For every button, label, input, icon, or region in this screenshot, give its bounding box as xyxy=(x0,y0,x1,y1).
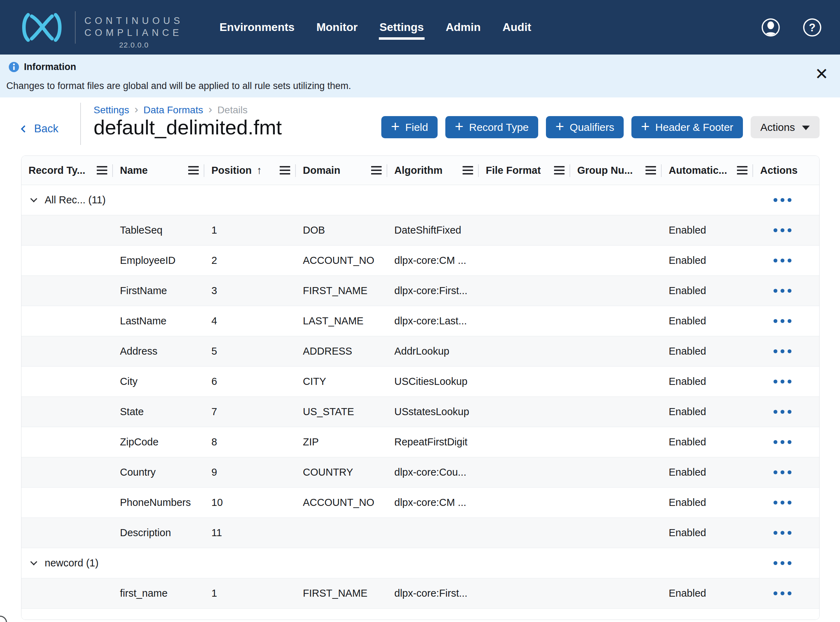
cell-algorithm: AddrLookup xyxy=(387,346,479,357)
cell-algorithm: dlpx-core:CM ... xyxy=(387,497,479,508)
banner-title: Information xyxy=(24,62,76,72)
cell-automatic-update: Enabled xyxy=(662,466,753,478)
toolbar: + Field + Record Type + Qualifiers + Hea… xyxy=(381,116,820,138)
breadcrumb: Settings›Data Formats›Details xyxy=(94,104,248,116)
close-icon[interactable]: ✕ xyxy=(815,66,828,82)
column-menu-icon[interactable] xyxy=(188,166,199,174)
nav-item-audit[interactable]: Audit xyxy=(502,15,532,40)
field-row: LastName4LAST_NAMEdlpx-core:Last...Enabl… xyxy=(21,306,819,336)
cell-position: 8 xyxy=(204,436,296,448)
cell-position: 4 xyxy=(204,315,296,327)
column-header-domain[interactable]: Domain xyxy=(296,156,387,185)
row-actions-menu-icon[interactable] xyxy=(773,592,791,595)
column-header-label: Group Nu... xyxy=(577,165,633,176)
column-menu-icon[interactable] xyxy=(554,166,564,174)
chevron-down-icon[interactable] xyxy=(30,558,37,566)
column-header-file-format[interactable]: File Format xyxy=(479,156,570,185)
delphix-logo[interactable] xyxy=(20,12,64,43)
nav-item-admin[interactable]: Admin xyxy=(445,15,482,40)
nav-item-monitor[interactable]: Monitor xyxy=(316,15,358,40)
row-actions-menu-icon[interactable] xyxy=(773,228,791,232)
row-actions-menu-icon[interactable] xyxy=(773,259,791,262)
cell-algorithm: dlpx-core:Cou... xyxy=(387,466,479,478)
row-actions-menu-icon[interactable] xyxy=(773,501,791,505)
add-qualifiers-label: Qualifiers xyxy=(570,121,614,133)
add-header-footer-button[interactable]: + Header & Footer xyxy=(631,116,742,138)
row-actions-menu-icon[interactable] xyxy=(773,531,791,535)
cell-name: City xyxy=(113,376,204,387)
information-banner: Information Changes to format files are … xyxy=(0,55,840,98)
record-type-group-row: newcord (1) xyxy=(21,548,819,578)
column-header-label: Algorithm xyxy=(394,165,442,176)
brand-divider xyxy=(75,11,76,44)
column-menu-icon[interactable] xyxy=(737,166,747,174)
breadcrumb-item[interactable]: Settings xyxy=(94,105,129,116)
cell-position: 9 xyxy=(204,466,296,478)
help-icon[interactable]: ? xyxy=(803,18,822,37)
cell-position: 7 xyxy=(204,406,296,418)
cell-name: PhoneNumbers xyxy=(113,497,204,508)
cell-automatic-update: Enabled xyxy=(662,497,753,508)
record-type-group-row: All Rec... (11) xyxy=(21,185,819,215)
cell-automatic-update: Enabled xyxy=(662,436,753,448)
add-record-type-button[interactable]: + Record Type xyxy=(445,116,538,138)
column-header-name[interactable]: Name xyxy=(113,156,204,185)
row-actions-menu-icon[interactable] xyxy=(773,319,791,323)
field-row: City6CITYUSCitiesLookupEnabled xyxy=(21,367,819,397)
column-menu-icon[interactable] xyxy=(463,166,473,174)
row-actions-menu-icon[interactable] xyxy=(773,198,791,202)
sort-ascending-icon: ↑ xyxy=(256,164,262,176)
row-actions-menu-icon[interactable] xyxy=(773,289,791,293)
brand-line-2: COMPLIANCE xyxy=(84,27,184,39)
field-row: Address5ADDRESSAddrLookupEnabled xyxy=(21,336,819,367)
row-actions-menu-icon[interactable] xyxy=(773,470,791,474)
add-field-label: Field xyxy=(405,121,428,133)
user-avatar-icon[interactable] xyxy=(761,18,780,37)
cell-name: EmployeeID xyxy=(113,255,204,266)
cell-algorithm: DateShiftFixed xyxy=(387,224,479,236)
row-actions-menu-icon[interactable] xyxy=(773,349,791,353)
column-menu-icon[interactable] xyxy=(371,166,382,174)
add-field-button[interactable]: + Field xyxy=(381,116,438,138)
row-actions-menu-icon[interactable] xyxy=(773,561,791,565)
field-row: State7US_STATEUSstatesLookupEnabled xyxy=(21,397,819,427)
column-header-actions[interactable]: Actions xyxy=(753,156,819,185)
cell-algorithm: dlpx-core:Last... xyxy=(387,315,479,327)
cell-name: first_name xyxy=(113,587,204,599)
column-header-automatic[interactable]: Automatic... xyxy=(662,156,753,185)
hidden-widget-arc xyxy=(0,616,7,622)
column-menu-icon[interactable] xyxy=(645,166,656,174)
column-header-label: Name xyxy=(120,165,148,176)
column-header-label: Domain xyxy=(303,165,340,176)
column-menu-icon[interactable] xyxy=(97,166,107,174)
cell-position: 2 xyxy=(204,255,296,266)
cell-automatic-update: Enabled xyxy=(662,224,753,236)
actions-dropdown-button[interactable]: Actions xyxy=(751,116,820,138)
cell-automatic-update: Enabled xyxy=(662,376,753,387)
cell-domain: ACCOUNT_NO xyxy=(296,255,387,266)
field-row: first_name1FIRST_NAMEdlpx-core:First...E… xyxy=(21,578,819,608)
row-actions-menu-icon[interactable] xyxy=(773,440,791,444)
column-menu-icon[interactable] xyxy=(280,166,290,174)
main-nav: EnvironmentsMonitorSettingsAdminAudit xyxy=(219,0,532,55)
column-header-group-nu[interactable]: Group Nu... xyxy=(570,156,662,185)
field-row: FirstName3FIRST_NAMEdlpx-core:First...En… xyxy=(21,276,819,306)
cell-name: FirstName xyxy=(113,285,204,297)
add-qualifiers-button[interactable]: + Qualifiers xyxy=(546,116,624,138)
column-header-position[interactable]: Position↑ xyxy=(204,156,296,185)
cell-automatic-update: Enabled xyxy=(662,587,753,599)
table-body: All Rec... (11)TableSeq1DOBDateShiftFixe… xyxy=(21,185,819,620)
row-actions-menu-icon[interactable] xyxy=(773,410,791,414)
nav-item-environments[interactable]: Environments xyxy=(219,15,295,40)
column-header-record-ty[interactable]: Record Ty... xyxy=(21,156,113,185)
cell-position: 1 xyxy=(204,587,296,599)
cell-name: ZipCode xyxy=(113,436,204,448)
row-actions-menu-icon[interactable] xyxy=(773,380,791,383)
nav-item-settings[interactable]: Settings xyxy=(379,15,425,40)
field-row: TableSeq1DOBDateShiftFixedEnabled xyxy=(21,215,819,245)
chevron-down-icon[interactable] xyxy=(30,195,37,202)
column-header-algorithm[interactable]: Algorithm xyxy=(387,156,479,185)
breadcrumb-item[interactable]: Data Formats xyxy=(143,105,203,116)
cell-algorithm: dlpx-core:CM ... xyxy=(387,255,479,266)
back-button[interactable]: Back xyxy=(22,122,58,135)
